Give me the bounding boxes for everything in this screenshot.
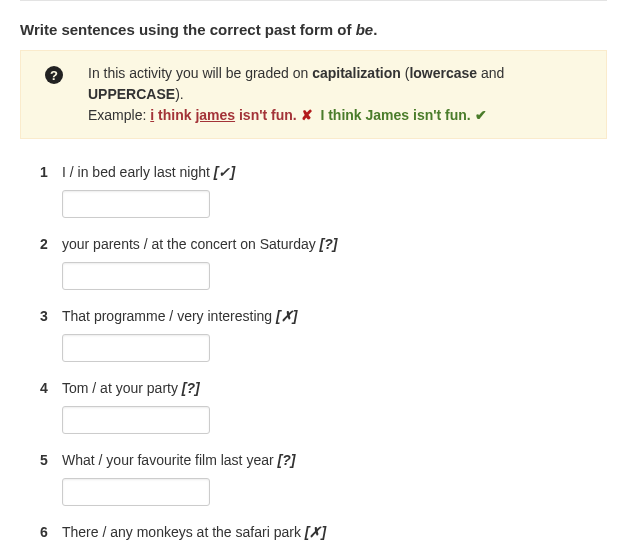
- question-body: There / any monkeys at the safari park […: [62, 524, 607, 543]
- question-row: 4 Tom / at your party [?]: [40, 380, 607, 434]
- question-row: 2 your parents / at the concert on Satur…: [40, 236, 607, 290]
- answer-input[interactable]: [62, 406, 210, 434]
- prompt-marker: [✓]: [214, 164, 235, 180]
- answer-input[interactable]: [62, 190, 210, 218]
- info-uppercase: UPPERCASE: [88, 86, 175, 102]
- wrong-seg3: james: [195, 107, 235, 123]
- question-number: 6: [40, 524, 62, 540]
- question-row: 5 What / your favourite film last year […: [40, 452, 607, 506]
- question-row: 6 There / any monkeys at the safari park…: [40, 524, 607, 543]
- info-paren-close: ).: [175, 86, 184, 102]
- wrong-seg4: isn't fun.: [235, 107, 297, 123]
- question-body: That programme / very interesting [✗]: [62, 308, 607, 362]
- question-body: your parents / at the concert on Saturda…: [62, 236, 607, 290]
- info-box: ? In this activity you will be graded on…: [20, 50, 607, 139]
- instruction-prefix: Write sentences using the correct past f…: [20, 21, 356, 38]
- info-example-label: Example:: [88, 107, 150, 123]
- question-body: What / your favourite film last year [?]: [62, 452, 607, 506]
- x-icon: ✘: [301, 107, 313, 123]
- prompt-marker: [?]: [182, 380, 200, 396]
- info-icon-wrap: ?: [36, 63, 88, 91]
- info-body: In this activity you will be graded on c…: [88, 63, 591, 126]
- question-prompt: Tom / at your party [?]: [62, 380, 607, 396]
- question-body: I / in bed early last night [✓]: [62, 164, 607, 218]
- divider: [20, 0, 607, 1]
- question-prompt: What / your favourite film last year [?]: [62, 452, 607, 468]
- question-prompt: There / any monkeys at the safari park […: [62, 524, 607, 540]
- question-row: 3 That programme / very interesting [✗]: [40, 308, 607, 362]
- instruction-suffix: .: [373, 21, 377, 38]
- check-icon: ✔: [475, 107, 487, 123]
- prompt-marker: [✗]: [276, 308, 297, 324]
- prompt-marker: [?]: [278, 452, 296, 468]
- prompt-marker: [?]: [320, 236, 338, 252]
- question-number: 1: [40, 164, 62, 180]
- correct-example: I think James isn't fun.: [320, 107, 470, 123]
- wrong-example: i think james isn't fun.: [150, 107, 296, 123]
- wrong-seg2: think: [154, 107, 195, 123]
- questions-list: 1 I / in bed early last night [✓] 2 your…: [20, 164, 607, 543]
- question-number: 4: [40, 380, 62, 396]
- question-prompt: your parents / at the concert on Saturda…: [62, 236, 607, 252]
- question-prompt: I / in bed early last night [✓]: [62, 164, 607, 180]
- prompt-marker: [✗]: [305, 524, 326, 540]
- question-number: 5: [40, 452, 62, 468]
- question-number: 2: [40, 236, 62, 252]
- info-lowercase: lowercase: [409, 65, 477, 81]
- prompt-text: Tom / at your party: [62, 380, 178, 396]
- question-body: Tom / at your party [?]: [62, 380, 607, 434]
- question-prompt: That programme / very interesting [✗]: [62, 308, 607, 324]
- answer-input[interactable]: [62, 334, 210, 362]
- question-number: 3: [40, 308, 62, 324]
- svg-text:?: ?: [50, 68, 58, 83]
- answer-input[interactable]: [62, 478, 210, 506]
- instruction: Write sentences using the correct past f…: [20, 11, 607, 50]
- prompt-text: I / in bed early last night: [62, 164, 210, 180]
- info-and: and: [477, 65, 504, 81]
- info-capitalization: capitalization: [312, 65, 401, 81]
- help-icon: ?: [44, 65, 64, 91]
- prompt-text: your parents / at the concert on Saturda…: [62, 236, 316, 252]
- prompt-text: That programme / very interesting: [62, 308, 272, 324]
- exercise-page: Write sentences using the correct past f…: [0, 0, 627, 543]
- prompt-text: What / your favourite film last year: [62, 452, 274, 468]
- answer-input[interactable]: [62, 262, 210, 290]
- prompt-text: There / any monkeys at the safari park: [62, 524, 301, 540]
- question-row: 1 I / in bed early last night [✓]: [40, 164, 607, 218]
- info-text: In this activity you will be graded on: [88, 65, 312, 81]
- instruction-verb: be: [356, 21, 374, 38]
